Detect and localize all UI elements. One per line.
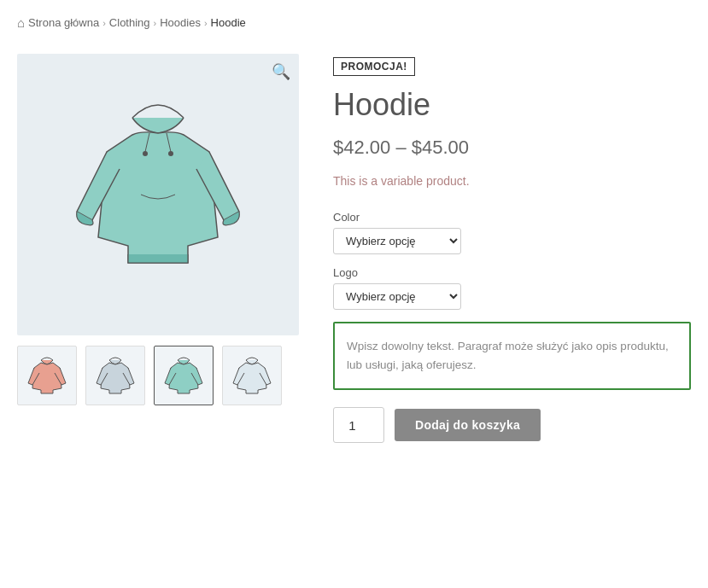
breadcrumb-clothing[interactable]: Clothing (109, 16, 150, 29)
thumbnails (17, 346, 299, 405)
product-main-image (60, 84, 256, 306)
thumbnail-2[interactable] (85, 346, 145, 405)
color-select[interactable]: Wybierz opcję (333, 228, 461, 254)
color-variant-row: Color Wybierz opcję (333, 211, 691, 254)
logo-select[interactable]: Wybierz opcję (333, 283, 461, 310)
thumbnail-1[interactable] (17, 346, 77, 405)
breadcrumb-hoodies[interactable]: Hoodies (160, 16, 201, 29)
product-info: PROMOCJA! Hoodie $42.00 – $45.00 This is… (333, 54, 691, 443)
product-text-content: Wpisz dowolny tekst. Paragraf może służy… (347, 337, 677, 374)
product-title: Hoodie (333, 86, 691, 123)
add-to-cart-button[interactable]: Dodaj do koszyka (395, 409, 541, 441)
page-wrapper: ⌂ Strona główna › Clothing › Hoodies › H… (0, 0, 708, 588)
svg-point-3 (168, 151, 173, 156)
breadcrumb-current: Hoodie (211, 16, 246, 29)
product-description: This is a variable product. (333, 172, 691, 190)
thumbnail-4[interactable] (222, 346, 282, 405)
breadcrumb-separator-3: › (204, 18, 208, 28)
breadcrumb: ⌂ Strona główna › Clothing › Hoodies › H… (17, 9, 691, 37)
promo-badge: PROMOCJA! (333, 57, 415, 76)
svg-point-2 (143, 151, 148, 156)
product-images: 🔍 (17, 54, 299, 405)
add-to-cart-row: Dodaj do koszyka (333, 407, 691, 443)
breadcrumb-separator-2: › (154, 18, 157, 28)
home-icon: ⌂ (17, 15, 25, 30)
product-text-area: Wpisz dowolny tekst. Paragraf może służy… (333, 322, 691, 390)
quantity-input[interactable] (333, 407, 384, 443)
logo-variant-row: Logo Wybierz opcję (333, 266, 691, 310)
color-label: Color (333, 211, 691, 224)
breadcrumb-separator-1: › (102, 18, 106, 28)
logo-label: Logo (333, 266, 691, 279)
zoom-icon[interactable]: 🔍 (272, 62, 290, 81)
product-price: $42.00 – $45.00 (333, 137, 691, 159)
main-image-container: 🔍 (17, 54, 299, 335)
thumbnail-3[interactable] (154, 346, 214, 405)
product-layout: 🔍 (17, 54, 691, 443)
breadcrumb-home[interactable]: Strona główna (28, 16, 99, 29)
